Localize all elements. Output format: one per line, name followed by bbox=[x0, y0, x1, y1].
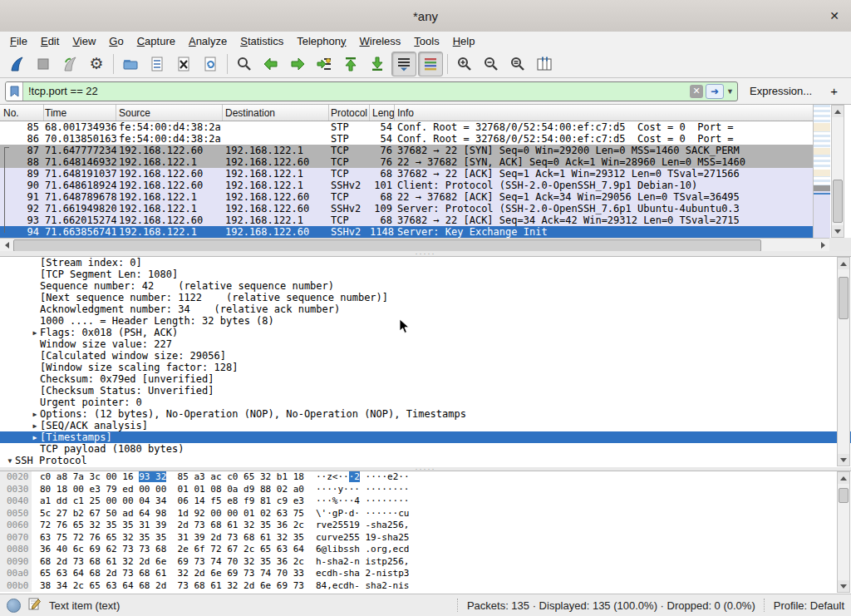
detail-line[interactable]: [Next sequence number: 1122 (relative se… bbox=[0, 292, 851, 303]
column-header-info[interactable]: Info bbox=[395, 105, 813, 121]
expander-closed-icon[interactable]: ▶ bbox=[30, 409, 40, 421]
menu-capture[interactable]: Capture bbox=[130, 33, 182, 49]
filter-clear-icon[interactable]: ✕ bbox=[690, 85, 703, 98]
hex-row[interactable]: 0020c0 a8 7a 3c 00 16 93 32 85 a3 ac c0 … bbox=[0, 471, 851, 484]
expander-closed-icon[interactable]: ▶ bbox=[30, 432, 40, 444]
filter-bookmark-icon[interactable] bbox=[6, 82, 23, 101]
hex-row[interactable]: 006072 76 65 32 35 35 31 39 2d 73 68 61 … bbox=[0, 520, 851, 532]
go-last-button[interactable] bbox=[365, 52, 390, 76]
packet-list-hscrollbar[interactable] bbox=[0, 238, 829, 252]
colorize-toggle[interactable] bbox=[418, 52, 443, 76]
menu-statistics[interactable]: Statistics bbox=[234, 33, 290, 49]
packet-row[interactable]: 8568.001734936fe:54:00:d4:38:2aSTP54Conf… bbox=[0, 121, 813, 133]
packet-row[interactable]: 8971.648191037192.168.122.60192.168.122.… bbox=[0, 168, 813, 180]
menu-view[interactable]: View bbox=[66, 33, 102, 49]
go-to-packet-button[interactable] bbox=[312, 52, 337, 76]
filter-dropdown-caret-icon[interactable]: ▼ bbox=[726, 87, 737, 96]
scroll-up-icon[interactable] bbox=[838, 258, 849, 269]
column-header-protocol[interactable]: Protocol bbox=[329, 105, 370, 121]
detail-line[interactable]: Urgent pointer: 0 bbox=[0, 397, 851, 408]
packet-row[interactable]: 9071.648618924192.168.122.60192.168.122.… bbox=[0, 180, 813, 191]
scroll-right-icon[interactable] bbox=[816, 239, 829, 251]
detail-line[interactable]: Window size value: 227 bbox=[0, 338, 851, 350]
hex-row[interactable]: 007063 75 72 76 65 32 35 35 31 39 2d 73 … bbox=[0, 532, 851, 545]
column-header-time[interactable]: Time bbox=[44, 105, 116, 121]
find-packet-button[interactable] bbox=[232, 52, 257, 76]
expression-button[interactable]: Expression... bbox=[750, 85, 812, 97]
add-filter-button[interactable]: + bbox=[830, 84, 838, 98]
hex-row[interactable]: 00505c 27 b2 67 50 ad 64 98 1d 92 00 00 … bbox=[0, 508, 851, 520]
close-file-button[interactable] bbox=[171, 52, 196, 76]
restart-capture-button[interactable] bbox=[57, 52, 82, 76]
zoom-reset-button[interactable] bbox=[505, 52, 530, 76]
packet-list-vscrollbar[interactable] bbox=[831, 105, 844, 238]
detail-line[interactable]: ▶Options: (12 bytes), No-Operation (NOP)… bbox=[0, 408, 851, 420]
bytes-vscrollbar[interactable] bbox=[837, 471, 850, 593]
detail-line[interactable]: [Window size scaling factor: 128] bbox=[0, 362, 851, 373]
packet-row[interactable]: 8771.647777234192.168.122.60192.168.122.… bbox=[0, 145, 813, 156]
scroll-up-icon[interactable] bbox=[838, 472, 849, 484]
go-forward-button[interactable] bbox=[285, 52, 310, 76]
hex-row[interactable]: 008036 40 6c 69 62 73 73 68 2e 6f 72 67 … bbox=[0, 544, 851, 556]
filter-apply-icon[interactable]: ➜ bbox=[706, 84, 724, 99]
detail-line[interactable]: Sequence number: 42 (relative sequence n… bbox=[0, 280, 851, 292]
save-file-button[interactable] bbox=[145, 52, 170, 76]
expander-closed-icon[interactable]: ▶ bbox=[30, 328, 40, 339]
display-filter-input[interactable]: !tcp.port == 22 bbox=[23, 85, 690, 97]
detail-line[interactable]: ▶[SEQ/ACK analysis] bbox=[0, 420, 851, 431]
column-header-destination[interactable]: Destination bbox=[223, 105, 329, 121]
detail-line[interactable]: Acknowledgment number: 34 (relative ack … bbox=[0, 303, 851, 315]
menu-file[interactable]: File bbox=[3, 33, 34, 49]
scroll-left-icon[interactable] bbox=[0, 239, 13, 251]
scroll-up-icon[interactable] bbox=[832, 106, 844, 117]
packet-row[interactable]: 9371.662015274192.168.122.60192.168.122.… bbox=[0, 214, 813, 226]
expert-info-icon[interactable] bbox=[7, 599, 21, 613]
scroll-down-icon[interactable] bbox=[832, 225, 844, 237]
packet-row[interactable]: 9471.663856741192.168.122.1192.168.122.6… bbox=[0, 226, 813, 238]
packet-row[interactable]: 8871.648146932192.168.122.1192.168.122.6… bbox=[0, 156, 813, 168]
detail-line[interactable]: [Stream index: 0] bbox=[0, 257, 851, 269]
expander-open-icon[interactable]: ▼ bbox=[5, 456, 15, 467]
hex-row[interactable]: 003080 18 00 e3 79 ed 00 00 01 01 08 0a … bbox=[0, 484, 851, 496]
zoom-in-button[interactable] bbox=[452, 52, 477, 76]
start-capture-button[interactable] bbox=[4, 52, 29, 76]
capture-options-button[interactable]: ⚙ bbox=[84, 52, 109, 76]
detail-line[interactable]: TCP payload (1080 bytes) bbox=[0, 443, 851, 455]
zoom-out-button[interactable] bbox=[479, 52, 504, 76]
detail-line[interactable]: [Checksum Status: Unverified] bbox=[0, 385, 851, 397]
capture-comment-icon[interactable] bbox=[27, 597, 41, 614]
column-header-length[interactable]: Length bbox=[370, 105, 395, 121]
go-back-button[interactable] bbox=[258, 52, 283, 76]
auto-scroll-toggle[interactable] bbox=[391, 52, 416, 76]
hex-row[interactable]: 00b038 34 2c 65 63 64 68 2d 73 68 61 32 … bbox=[0, 580, 851, 593]
detail-line[interactable]: ▶Flags: 0x018 (PSH, ACK) bbox=[0, 327, 851, 338]
stop-capture-button[interactable] bbox=[31, 52, 56, 76]
column-header-source[interactable]: Source bbox=[116, 105, 223, 121]
packet-list-minimap[interactable] bbox=[813, 105, 830, 249]
scroll-down-icon[interactable] bbox=[838, 454, 849, 466]
detail-line[interactable]: ▶[Timestamps] bbox=[0, 431, 851, 443]
go-first-button[interactable] bbox=[338, 52, 363, 76]
menu-go[interactable]: Go bbox=[102, 33, 130, 49]
scroll-down-icon[interactable] bbox=[838, 580, 849, 592]
packet-row[interactable]: 8670.013850163fe:54:00:d4:38:2aSTP54Conf… bbox=[0, 133, 813, 145]
column-header-no[interactable]: No. bbox=[0, 105, 44, 121]
hex-row[interactable]: 009068 2d 73 68 61 32 2d 6e 69 73 74 70 … bbox=[0, 556, 851, 569]
packet-row[interactable]: 9271.661949820192.168.122.1192.168.122.6… bbox=[0, 203, 813, 214]
resize-columns-button[interactable] bbox=[532, 52, 557, 76]
detail-line[interactable]: 1000 .... = Header Length: 32 bytes (8) bbox=[0, 315, 851, 327]
menu-telephony[interactable]: Telephony bbox=[290, 33, 352, 49]
menu-wireless[interactable]: Wireless bbox=[353, 33, 408, 49]
menu-tools[interactable]: Tools bbox=[407, 33, 445, 49]
profile-label[interactable]: Profile: Default bbox=[774, 599, 844, 612]
expander-closed-icon[interactable]: ▶ bbox=[30, 421, 40, 432]
detail-line[interactable]: [Calculated window size: 29056] bbox=[0, 350, 851, 362]
menu-edit[interactable]: Edit bbox=[34, 33, 66, 49]
hex-row[interactable]: 0040a1 dd c1 25 00 00 04 34 06 14 f5 e8 … bbox=[0, 495, 851, 508]
detail-line[interactable]: [TCP Segment Len: 1080] bbox=[0, 269, 851, 280]
menu-analyze[interactable]: Analyze bbox=[182, 33, 234, 49]
open-file-button[interactable] bbox=[118, 52, 143, 76]
display-filter-field[interactable]: !tcp.port == 22 ✕ ➜ ▼ bbox=[5, 81, 738, 101]
detail-line[interactable]: Checksum: 0x79ed [unverified] bbox=[0, 373, 851, 385]
menu-help[interactable]: Help bbox=[446, 33, 482, 49]
